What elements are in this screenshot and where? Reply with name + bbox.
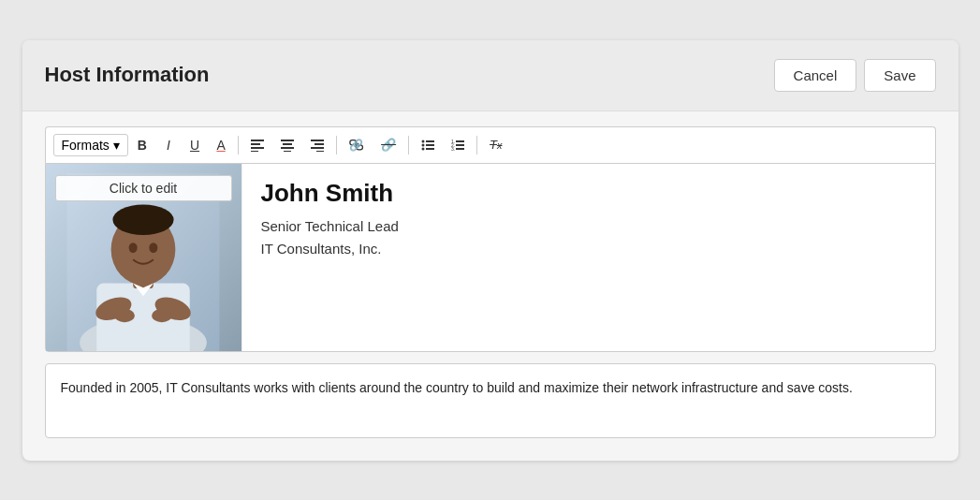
align-center-icon: [281, 139, 294, 152]
cancel-button[interactable]: Cancel: [774, 59, 857, 92]
svg-rect-2: [251, 147, 264, 149]
text-section[interactable]: John Smith Senior Technical Lead IT Cons…: [242, 164, 935, 351]
page-title: Host Information: [45, 63, 210, 87]
svg-rect-0: [251, 140, 264, 141]
svg-point-35: [129, 243, 138, 253]
underline-button[interactable]: U: [183, 133, 207, 157]
list-ol-button[interactable]: 1. 2. 3.: [444, 133, 472, 157]
unlink-button[interactable]: 🔗: [373, 133, 403, 157]
svg-rect-24: [456, 148, 464, 150]
svg-point-34: [112, 204, 173, 235]
description-box[interactable]: Founded in 2005, IT Consultants works wi…: [45, 363, 936, 438]
svg-text:3.: 3.: [451, 146, 455, 152]
formats-dropdown[interactable]: Formats ▾: [53, 134, 128, 156]
svg-rect-10: [311, 147, 324, 149]
link-icon: 🔗: [349, 139, 364, 152]
svg-point-15: [422, 147, 425, 150]
click-to-edit-overlay[interactable]: Click to edit: [55, 175, 232, 201]
svg-point-14: [422, 143, 425, 146]
align-left-icon: [251, 139, 264, 152]
svg-rect-18: [426, 148, 434, 150]
svg-point-31: [152, 308, 172, 321]
image-section: Click to edit: [46, 164, 242, 351]
svg-text:🔗: 🔗: [349, 139, 363, 152]
svg-rect-1: [251, 143, 260, 145]
svg-point-13: [422, 140, 425, 142]
svg-rect-5: [283, 143, 292, 145]
svg-rect-16: [426, 140, 434, 142]
list-ol-icon: 1. 2. 3.: [451, 139, 464, 152]
toolbar-separator-3: [408, 136, 409, 154]
svg-rect-9: [314, 143, 324, 145]
toolbar-separator-1: [238, 136, 239, 154]
editor-area: Formats ▾ B I U A: [45, 126, 936, 352]
svg-rect-11: [316, 151, 324, 152]
align-right-icon: [311, 139, 324, 152]
list-ul-button[interactable]: [414, 133, 442, 157]
save-button[interactable]: Save: [864, 59, 935, 92]
person-name: John Smith: [261, 179, 916, 208]
svg-rect-22: [456, 140, 464, 142]
host-information-card: Host Information Cancel Save Formats ▾ B…: [22, 40, 958, 461]
unlink-icon: 🔗: [381, 138, 396, 152]
svg-rect-7: [284, 151, 291, 152]
italic-button[interactable]: I: [156, 133, 181, 157]
formats-arrow-icon: ▾: [113, 138, 120, 153]
clear-formatting-button[interactable]: Tx: [482, 133, 509, 157]
content-box: Click to edit: [45, 163, 936, 352]
toolbar-separator-4: [476, 136, 477, 154]
svg-point-30: [114, 308, 135, 321]
svg-rect-6: [281, 147, 294, 149]
list-ul-icon: [421, 139, 434, 152]
svg-point-36: [149, 243, 157, 253]
svg-rect-4: [281, 140, 294, 141]
align-center-button[interactable]: [273, 133, 301, 157]
link-button[interactable]: 🔗: [342, 133, 372, 157]
font-color-button[interactable]: A: [209, 133, 233, 157]
toolbar-separator-2: [336, 136, 337, 154]
align-right-button[interactable]: [303, 133, 331, 157]
align-left-button[interactable]: [243, 133, 271, 157]
svg-rect-8: [311, 140, 324, 141]
card-header: Host Information Cancel Save: [22, 40, 958, 111]
svg-rect-17: [426, 144, 434, 146]
formats-label: Formats: [62, 138, 110, 153]
svg-rect-3: [251, 151, 258, 152]
person-job-title: Senior Technical Lead IT Consultants, In…: [261, 215, 916, 260]
editor-toolbar: Formats ▾ B I U A: [45, 126, 936, 163]
bold-button[interactable]: B: [130, 133, 154, 157]
svg-rect-23: [456, 144, 464, 146]
font-color-label: A: [216, 138, 225, 153]
header-buttons: Cancel Save: [774, 59, 936, 92]
